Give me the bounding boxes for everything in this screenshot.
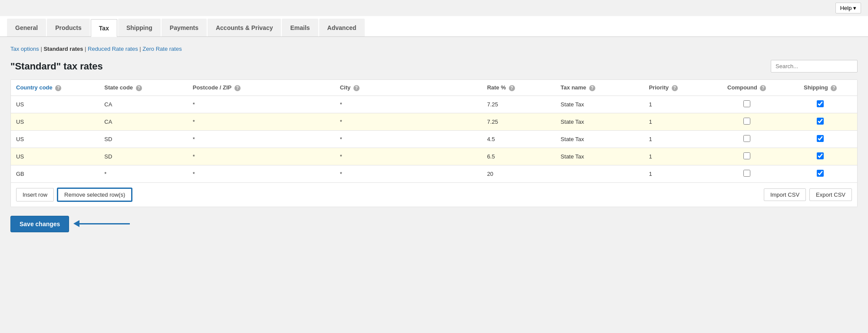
shipping-cell[interactable] <box>783 130 857 148</box>
import-csv-button[interactable]: Import CSV <box>764 188 806 201</box>
state-cell: * <box>99 165 187 182</box>
state-code-help-icon[interactable]: ? <box>136 85 142 91</box>
country-cell: US <box>11 113 99 130</box>
breadcrumb-reduced-rate[interactable]: Reduced Rate rates <box>88 46 138 52</box>
compound-cell[interactable] <box>710 113 783 130</box>
table-actions-bar: Insert row Remove selected row(s) Import… <box>11 182 857 207</box>
rate-cell: 4.5 <box>482 130 555 148</box>
shipping-cell[interactable] <box>783 165 857 182</box>
compound-cell[interactable] <box>710 165 783 182</box>
rate-help-icon[interactable]: ? <box>509 85 515 91</box>
breadcrumb: Tax options | Standard rates | Reduced R… <box>10 46 858 52</box>
tab-products[interactable]: Products <box>47 19 90 36</box>
city-help-icon[interactable]: ? <box>353 85 360 91</box>
country-code-help-icon[interactable]: ? <box>55 85 61 91</box>
postcode-cell: * <box>188 148 335 165</box>
country-cell: GB <box>11 165 99 182</box>
export-csv-button[interactable]: Export CSV <box>809 188 852 201</box>
table-row: USCA**7.25State Tax1 <box>11 96 857 113</box>
priority-help-icon[interactable]: ? <box>672 85 678 91</box>
country-cell: US <box>11 96 99 113</box>
tax-name-cell: State Tax <box>555 130 644 148</box>
priority-cell: 1 <box>644 130 710 148</box>
postcode-help-icon[interactable]: ? <box>234 85 241 91</box>
actions-left: Insert row Remove selected row(s) <box>16 188 132 201</box>
save-changes-button[interactable]: Save changes <box>10 216 69 232</box>
tab-accounts-privacy[interactable]: Accounts & Privacy <box>208 19 281 36</box>
save-section: Save changes <box>10 216 858 232</box>
compound-checkbox[interactable] <box>743 100 750 107</box>
page-title: "Standard" tax rates <box>10 61 103 72</box>
shipping-help-icon[interactable]: ? <box>831 85 837 91</box>
page-header: "Standard" tax rates <box>10 60 858 73</box>
priority-cell: 1 <box>644 148 710 165</box>
compound-checkbox[interactable] <box>743 152 750 159</box>
shipping-checkbox[interactable] <box>817 100 824 107</box>
actions-right: Import CSV Export CSV <box>764 188 852 201</box>
priority-cell: 1 <box>644 113 710 130</box>
compound-checkbox[interactable] <box>743 170 750 177</box>
tax-rates-table: Country code ? State code ? Postcode / Z… <box>11 80 857 182</box>
tax-name-cell: State Tax <box>555 96 644 113</box>
compound-cell[interactable] <box>710 148 783 165</box>
postcode-cell: * <box>188 130 335 148</box>
compound-help-icon[interactable]: ? <box>760 85 766 91</box>
tax-table-wrapper: Country code ? State code ? Postcode / Z… <box>10 79 858 207</box>
tab-tax[interactable]: Tax <box>91 19 117 37</box>
tab-payments[interactable]: Payments <box>162 19 207 36</box>
breadcrumb-tax-options[interactable]: Tax options <box>10 46 39 52</box>
compound-cell[interactable] <box>710 130 783 148</box>
header-state-code: State code ? <box>99 80 187 96</box>
tab-shipping[interactable]: Shipping <box>118 19 161 36</box>
header-country-code: Country code ? <box>11 80 99 96</box>
tax-name-help-icon[interactable]: ? <box>589 85 595 91</box>
postcode-cell: * <box>188 96 335 113</box>
breadcrumb-separator-1: | <box>40 46 42 52</box>
city-cell: * <box>335 113 482 130</box>
tabs-bar: General Products Tax Shipping Payments A… <box>0 16 868 37</box>
city-cell: * <box>335 130 482 148</box>
city-cell: * <box>335 165 482 182</box>
header-city: City ? <box>335 80 482 96</box>
table-row: USSD**4.5State Tax1 <box>11 130 857 148</box>
shipping-checkbox[interactable] <box>817 152 824 159</box>
postcode-cell: * <box>188 165 335 182</box>
table-row: USSD**6.5State Tax1 <box>11 148 857 165</box>
table-row: GB***201 <box>11 165 857 182</box>
state-cell: SD <box>99 130 187 148</box>
tax-name-cell <box>555 165 644 182</box>
shipping-checkbox[interactable] <box>817 118 824 125</box>
header-priority: Priority ? <box>644 80 710 96</box>
shipping-checkbox[interactable] <box>817 170 824 177</box>
priority-cell: 1 <box>644 165 710 182</box>
insert-row-button[interactable]: Insert row <box>16 188 54 201</box>
compound-checkbox[interactable] <box>743 118 750 125</box>
header-compound: Compound ? <box>710 80 783 96</box>
tab-advanced[interactable]: Advanced <box>319 19 365 36</box>
remove-selected-button[interactable]: Remove selected row(s) <box>57 188 132 201</box>
arrow-line <box>78 223 130 224</box>
rate-cell: 7.25 <box>482 96 555 113</box>
country-cell: US <box>11 148 99 165</box>
header-postcode: Postcode / ZIP ? <box>188 80 335 96</box>
breadcrumb-zero-rate[interactable]: Zero Rate rates <box>142 46 182 52</box>
compound-checkbox[interactable] <box>743 135 750 142</box>
state-cell: CA <box>99 96 187 113</box>
city-cell: * <box>335 96 482 113</box>
header-tax-name: Tax name ? <box>555 80 644 96</box>
header-shipping: Shipping ? <box>783 80 857 96</box>
tax-name-cell: State Tax <box>555 148 644 165</box>
shipping-checkbox[interactable] <box>817 135 824 142</box>
compound-cell[interactable] <box>710 96 783 113</box>
help-button[interactable]: Help ▾ <box>835 3 861 13</box>
search-input[interactable] <box>771 60 858 73</box>
shipping-cell[interactable] <box>783 148 857 165</box>
table-row: USCA**7.25State Tax1 <box>11 113 857 130</box>
tab-general[interactable]: General <box>7 19 46 36</box>
country-cell: US <box>11 130 99 148</box>
header-rate: Rate % ? <box>482 80 555 96</box>
shipping-cell[interactable] <box>783 113 857 130</box>
tab-emails[interactable]: Emails <box>282 19 318 36</box>
shipping-cell[interactable] <box>783 96 857 113</box>
state-cell: SD <box>99 148 187 165</box>
